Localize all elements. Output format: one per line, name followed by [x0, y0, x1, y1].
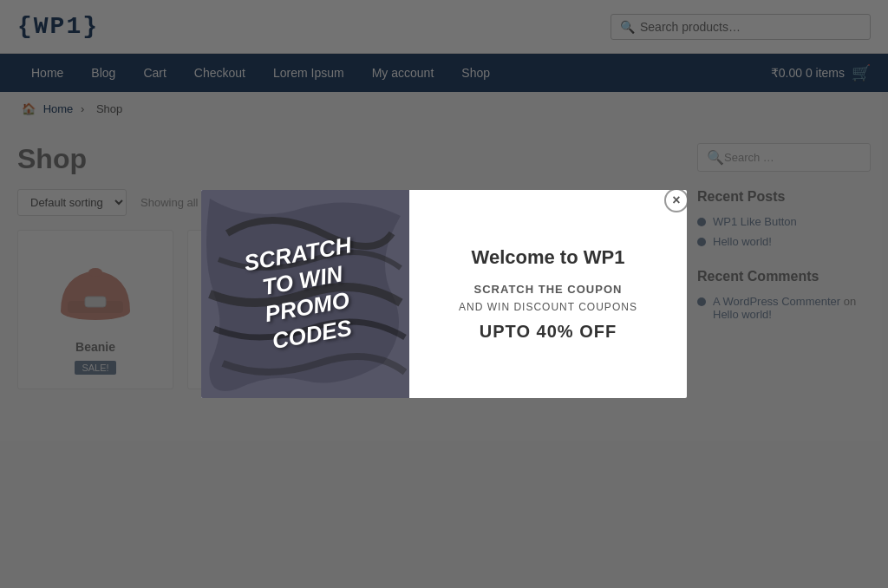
modal-close-button[interactable]: ×: [664, 190, 687, 212]
modal-overlay: × SCRATCHTO WINPROMOCODES Welc: [0, 0, 888, 407]
modal-title: Welcome to WP1: [472, 246, 625, 269]
modal-box: × SCRATCHTO WINPROMOCODES Welc: [201, 190, 687, 398]
modal-sub1: SCRATCH THE COUPON: [474, 283, 623, 296]
scratch-text: SCRATCHTO WINPROMOCODES: [243, 232, 369, 357]
modal-scratch-panel: SCRATCHTO WINPROMOCODES: [201, 190, 409, 398]
modal-right-panel: Welcome to WP1 SCRATCH THE COUPON AND WI…: [409, 190, 687, 398]
scratch-background: SCRATCHTO WINPROMOCODES: [201, 190, 409, 398]
modal-sub2: AND WIN DISCOUNT COUPONS: [459, 301, 637, 313]
modal-discount: UPTO 40% OFF: [480, 322, 617, 342]
